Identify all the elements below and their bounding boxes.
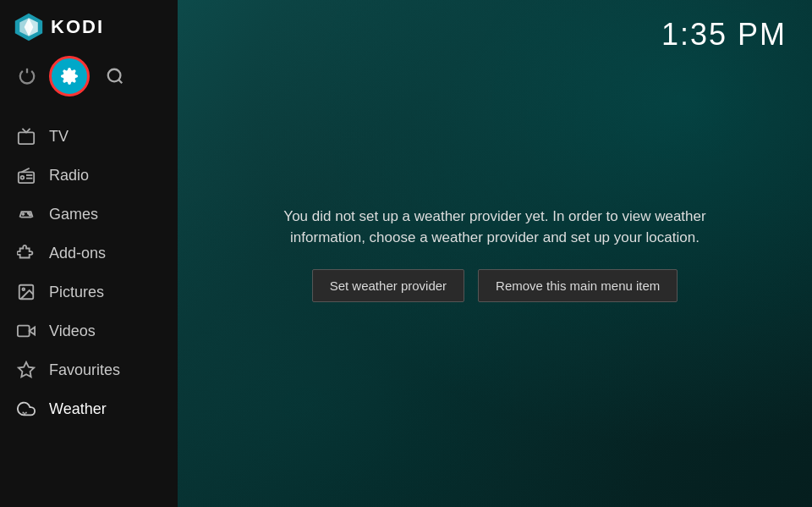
set-weather-provider-button[interactable]: Set weather provider: [312, 269, 464, 302]
sidebar-item-videos[interactable]: Videos: [0, 311, 178, 350]
sidebar-item-tv[interactable]: TV: [0, 117, 178, 156]
sidebar-label-games: Games: [49, 206, 98, 223]
weather-icon: [17, 400, 36, 418]
kodi-logo: KODI: [14, 12, 104, 42]
sidebar-label-tv: TV: [49, 128, 69, 146]
power-button[interactable]: [14, 63, 41, 90]
weather-message: You did not set up a weather provider ye…: [250, 206, 740, 249]
svg-line-5: [118, 80, 122, 83]
controls-row: [0, 49, 178, 110]
svg-point-14: [30, 214, 31, 216]
sidebar-item-pictures[interactable]: Pictures: [0, 273, 178, 311]
svg-marker-17: [30, 327, 35, 334]
svg-point-16: [22, 288, 25, 290]
sidebar-item-addons[interactable]: Add-ons: [0, 234, 178, 273]
sidebar-label-videos: Videos: [49, 322, 96, 340]
sidebar-item-weather[interactable]: Weather: [0, 389, 178, 428]
weather-info-panel: You did not set up a weather provider ye…: [250, 206, 740, 302]
svg-rect-18: [18, 326, 30, 337]
remove-menu-item-button[interactable]: Remove this main menu item: [478, 269, 678, 302]
logo-area: KODI: [0, 0, 178, 49]
tv-icon: [17, 127, 36, 146]
games-icon: [17, 205, 36, 223]
time-display: 1:35 PM: [661, 17, 787, 52]
sidebar-label-favourites: Favourites: [49, 361, 120, 379]
svg-point-8: [21, 176, 25, 179]
svg-marker-19: [19, 362, 34, 377]
nav-menu: TV Radio: [0, 110, 178, 507]
settings-button[interactable]: [49, 56, 90, 96]
kodi-logo-icon: [14, 12, 44, 42]
svg-point-4: [108, 69, 121, 82]
sidebar: KODI: [0, 0, 178, 507]
sidebar-label-radio: Radio: [49, 167, 89, 185]
app-name: KODI: [51, 16, 104, 38]
addons-icon: [17, 244, 36, 262]
radio-icon: [17, 166, 36, 185]
main-content: 1:35 PM You did not set up a weather pro…: [178, 0, 812, 507]
search-button[interactable]: [102, 63, 129, 90]
sidebar-label-addons: Add-ons: [49, 245, 106, 262]
sidebar-item-radio[interactable]: Radio: [0, 156, 178, 195]
svg-rect-6: [19, 132, 34, 144]
sidebar-label-weather: Weather: [49, 400, 107, 418]
favourites-icon: [17, 361, 36, 379]
sidebar-label-pictures: Pictures: [49, 284, 104, 301]
weather-action-buttons: Set weather provider Remove this main me…: [312, 269, 678, 302]
sidebar-item-games[interactable]: Games: [0, 195, 178, 234]
videos-icon: [17, 322, 36, 340]
sidebar-item-favourites[interactable]: Favourites: [0, 350, 178, 389]
pictures-icon: [17, 283, 36, 301]
